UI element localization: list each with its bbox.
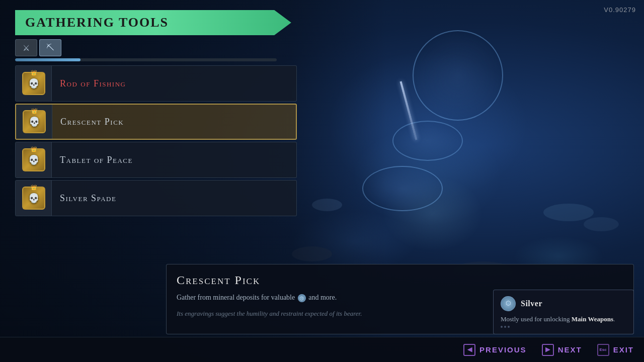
pickaxe-icon: ⛏	[46, 43, 54, 52]
title-banner: Gathering Tools	[15, 10, 297, 35]
previous-button[interactable]: ◀ Previous	[463, 344, 527, 356]
detail-desc-after: and more.	[308, 294, 337, 301]
crown-icon-4: 👑	[31, 185, 37, 190]
main-panel: Gathering Tools ⚔ ⛏ 👑 💀 Rod of Fishing	[15, 10, 297, 216]
skull-icon-3: 💀	[28, 154, 39, 165]
item-icon-box-silver-spade: 👑 💀	[16, 180, 52, 216]
next-icon: ▶	[542, 344, 554, 356]
crown-icon: 👑	[31, 70, 37, 75]
tooltip-desc-after: .	[613, 315, 615, 323]
item-icon-rod-of-fishing: 👑 💀	[22, 72, 45, 95]
tooltip-mineral-icon: ⬡	[501, 296, 516, 311]
exit-icon: Esc	[597, 344, 609, 356]
crown-icon-3: 👑	[31, 146, 37, 152]
exit-button[interactable]: Esc Exit	[597, 344, 634, 356]
item-label-silver-spade: Silver Spade	[52, 193, 116, 204]
esc-text: Esc	[600, 347, 607, 352]
panel-title: Gathering Tools	[25, 15, 169, 30]
bottom-nav: ◀ Previous ▶ Next Esc Exit	[0, 337, 644, 362]
item-icon-box-rod-of-fishing: 👑 💀	[16, 65, 52, 102]
next-button[interactable]: ▶ Next	[542, 344, 582, 356]
item-icon-tablet-of-peace: 👑 💀	[22, 148, 45, 171]
tooltip-header: ⬡ Silver	[501, 296, 626, 311]
tooltip-desc-before: Mostly used for unlocking	[501, 315, 570, 323]
skull-icon: 💀	[28, 78, 39, 89]
skull-icon-4: 💀	[28, 193, 39, 204]
item-label-rod-of-fishing: Rod of Fishing	[52, 78, 126, 89]
sword-icon: ⚔	[23, 43, 30, 53]
tooltip-popup: ⬡ Silver Mostly used for unlocking Main …	[493, 290, 634, 335]
item-icon-box-tablet-of-peace: 👑 💀	[16, 142, 52, 178]
skull-icon-2: 💀	[29, 116, 40, 127]
next-label: Next	[558, 345, 582, 354]
detail-title: Crescent Pick	[177, 274, 623, 287]
item-list: 👑 💀 Rod of Fishing 👑 💀 Crescent Pick 👑	[15, 65, 297, 216]
progress-bar-fill	[15, 58, 80, 61]
item-icon-crescent-pick: 👑 💀	[23, 110, 46, 133]
dot-3	[508, 326, 510, 328]
tooltip-dots	[501, 326, 626, 328]
tooltip-description: Mostly used for unlocking Main Weapons.	[501, 314, 626, 324]
next-arrow-icon: ▶	[545, 346, 550, 353]
item-icon-box-crescent-pick: 👑 💀	[16, 104, 52, 140]
title-background: Gathering Tools	[15, 10, 297, 35]
detail-desc-before: Gather from mineral deposits for valuabl…	[177, 294, 295, 301]
tooltip-name: Silver	[521, 299, 542, 308]
item-row-crescent-pick[interactable]: 👑 💀 Crescent Pick	[15, 104, 297, 140]
tab-pickaxe[interactable]: ⛏	[39, 39, 61, 56]
dot-2	[504, 326, 506, 328]
item-label-crescent-pick: Crescent Pick	[52, 117, 124, 127]
item-row-silver-spade[interactable]: 👑 💀 Silver Spade	[15, 180, 297, 216]
item-row-rod-of-fishing[interactable]: 👑 💀 Rod of Fishing	[15, 65, 297, 102]
previous-label: Previous	[479, 345, 527, 354]
exit-label: Exit	[613, 345, 634, 354]
previous-icon: ◀	[463, 344, 475, 356]
version-text: V0.90279	[604, 6, 636, 14]
mineral-icon: ⬡	[298, 294, 306, 302]
item-label-tablet-of-peace: Tablet of Peace	[52, 155, 133, 165]
crown-icon-2: 👑	[31, 108, 37, 114]
tab-sword[interactable]: ⚔	[15, 39, 37, 56]
progress-bar-container	[15, 58, 277, 61]
item-icon-silver-spade: 👑 💀	[22, 187, 45, 210]
previous-arrow-icon: ◀	[467, 346, 472, 353]
tabs-row: ⚔ ⛏	[15, 39, 297, 56]
dot-1	[501, 326, 503, 328]
tooltip-highlight: Main Weapons	[572, 315, 613, 323]
item-row-tablet-of-peace[interactable]: 👑 💀 Tablet of Peace	[15, 142, 297, 178]
